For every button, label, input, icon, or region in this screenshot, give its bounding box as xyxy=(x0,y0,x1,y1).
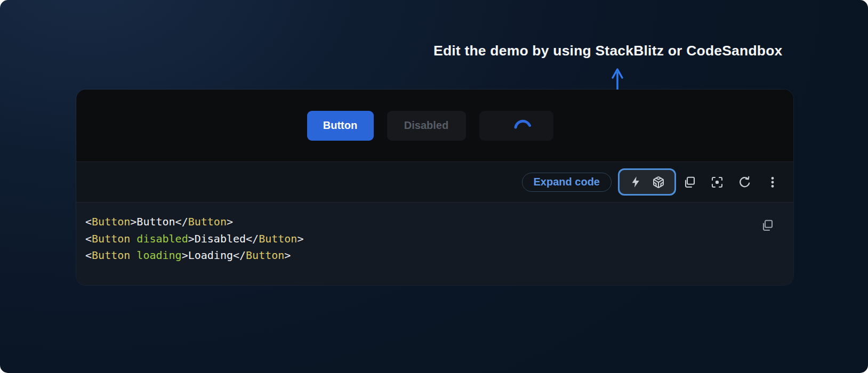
codesandbox-cube-icon[interactable] xyxy=(652,175,665,189)
loading-spinner-icon xyxy=(511,113,534,135)
fullscreen-focus-icon[interactable] xyxy=(710,175,724,189)
code-line: <Button>Button</Button> xyxy=(85,214,761,231)
annotation-heading: Edit the demo by using StackBlitz or Cod… xyxy=(433,43,783,59)
demo-preview-area: Button Disabled xyxy=(76,90,793,162)
copy-icon[interactable] xyxy=(682,175,696,189)
code-block: <Button>Button</Button><Button disabled>… xyxy=(76,202,793,285)
refresh-icon[interactable] xyxy=(738,175,752,189)
disabled-button[interactable]: Disabled xyxy=(387,111,466,141)
demo-toolbar: Expand code xyxy=(76,162,793,202)
code-copy-icon[interactable] xyxy=(760,218,774,232)
annotation-highlight-box xyxy=(618,168,676,196)
demo-card: Button Disabled Expand code xyxy=(76,90,793,285)
code-lines: <Button>Button</Button><Button disabled>… xyxy=(85,214,761,264)
code-line: <Button disabled>Disabled</Button> xyxy=(85,231,761,248)
page-background: Edit the demo by using StackBlitz or Cod… xyxy=(0,0,868,373)
demo-button-row: Button Disabled xyxy=(307,111,553,141)
primary-button[interactable]: Button xyxy=(307,111,374,141)
more-kebab-icon[interactable] xyxy=(766,175,779,189)
stackblitz-bolt-icon[interactable] xyxy=(629,175,642,189)
code-line: <Button loading>Loading</Button> xyxy=(85,247,761,264)
loading-button[interactable] xyxy=(479,111,553,141)
expand-code-button[interactable]: Expand code xyxy=(522,173,612,192)
